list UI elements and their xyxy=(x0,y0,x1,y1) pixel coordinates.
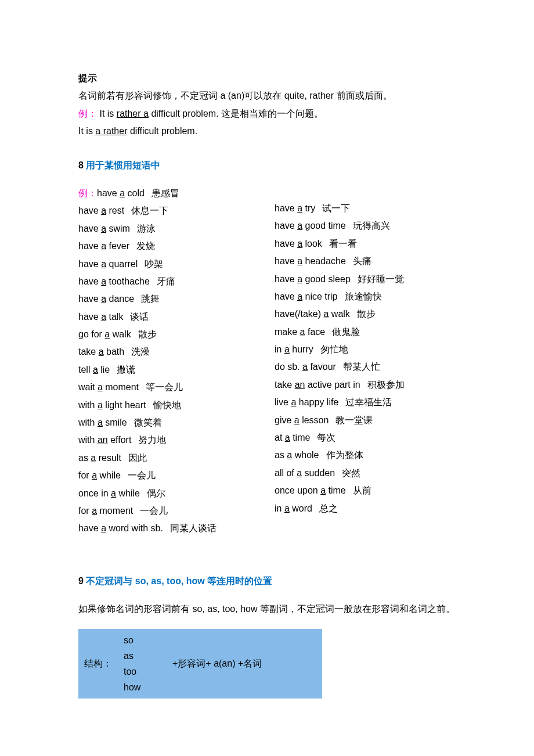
phrase-line: in a hurry匆忙地 xyxy=(275,341,449,358)
phrase-translation: 愉快地 xyxy=(153,400,181,410)
phrase-translation: 休息一下 xyxy=(131,206,168,215)
phrase-line: tell a lie撒谎 xyxy=(78,361,258,379)
phrase-pre: tell xyxy=(78,365,93,375)
phrase-line: have a toothache牙痛 xyxy=(78,273,258,290)
phrase-line: at a time每次 xyxy=(275,429,449,447)
phrase-translation: 吵架 xyxy=(145,259,163,269)
phrase-post: bath xyxy=(104,347,125,357)
section-9-text: 不定冠词与 so, as, too, how 等连用时的位置 xyxy=(86,576,272,586)
phrase-columns: 例：have a cold患感冒have a rest休息一下have a sw… xyxy=(78,185,456,538)
phrase-translation: 帮某人忙 xyxy=(343,362,380,372)
phrase-pre: with xyxy=(78,400,98,410)
phrase-translation: 做鬼脸 xyxy=(332,327,360,337)
phrase-pre: with xyxy=(78,435,98,445)
phrase-line: for a while一会儿 xyxy=(78,467,258,484)
phrase-translation: 偶尔 xyxy=(147,488,165,498)
section-8-num: 8 xyxy=(78,160,84,170)
phrase-translation: 作为整体 xyxy=(326,450,363,460)
phrase-article: a xyxy=(101,312,106,322)
phrase-pre: have xyxy=(78,224,101,233)
phrase-article: a xyxy=(91,453,96,463)
tip-example-1: 例： It is rather a difficult problem. 这是相… xyxy=(78,105,456,123)
phrase-pre: have xyxy=(78,259,101,269)
section-8-text: 用于某惯用短语中 xyxy=(86,160,160,170)
phrase-pre: have xyxy=(78,276,101,286)
phrase-pre: all of xyxy=(275,468,297,478)
phrase-translation: 一会儿 xyxy=(128,470,156,480)
phrase-translation: 散步 xyxy=(357,309,376,319)
phrase-line: with an effort努力地 xyxy=(78,431,258,449)
phrase-translation: 头痛 xyxy=(353,256,371,266)
phrase-pre: once in xyxy=(78,488,111,498)
phrase-article: a xyxy=(284,344,290,354)
phrase-article: a xyxy=(98,382,103,392)
phrase-line: with a smile微笑着 xyxy=(78,414,258,431)
phrase-post: while xyxy=(116,488,140,498)
phrase-line: all of a sudden突然 xyxy=(275,465,449,482)
phrase-translation: 玩得高兴 xyxy=(353,221,390,231)
phrase-post: sudden xyxy=(302,468,335,478)
adverb-item: how xyxy=(124,682,140,692)
phrase-article: a xyxy=(294,415,300,425)
phrase-translation: 突然 xyxy=(342,468,360,478)
phrase-line: have a try试一下 xyxy=(275,200,449,217)
structure-table: 结构： soastoohow +形容词+ a(an) +名词 xyxy=(78,629,322,699)
phrase-post: smile xyxy=(103,417,127,427)
phrase-article: a xyxy=(101,259,106,269)
phrase-article: a xyxy=(101,224,106,233)
section-9-num: 9 xyxy=(78,576,84,586)
phrase-article: a xyxy=(101,206,106,215)
phrase-article: an xyxy=(98,435,108,445)
phrase-translation: 患感冒 xyxy=(151,188,179,198)
phrase-translation: 总之 xyxy=(319,503,338,513)
phrase-translation: 看一看 xyxy=(329,239,357,249)
phrase-translation: 努力地 xyxy=(138,435,166,445)
phrase-translation: 散步 xyxy=(138,329,157,339)
phrase-line: take a bath洗澡 xyxy=(78,343,258,361)
phrase-post: word with sb. xyxy=(106,523,163,533)
phrase-line: as a whole作为整体 xyxy=(275,447,449,464)
phrase-line: have a dance跳舞 xyxy=(78,290,258,308)
phrase-line: take an active part in积极参加 xyxy=(275,376,449,394)
phrase-article: a xyxy=(111,488,116,498)
phrase-pre: as xyxy=(78,453,91,463)
phrase-post: rest xyxy=(106,206,124,215)
phrase-post: happy life xyxy=(296,397,338,407)
phrase-translation: 一会儿 xyxy=(140,506,168,516)
phrase-post: try xyxy=(302,203,315,213)
table-cell-adverbs: soastoohow xyxy=(118,629,167,699)
phrase-translation: 撒谎 xyxy=(117,365,135,375)
phrase-pre: have xyxy=(275,239,297,249)
phrase-article: a xyxy=(101,523,106,533)
phrase-article: a xyxy=(287,450,292,460)
phrase-post: time xyxy=(326,485,346,495)
phrase-post: swim xyxy=(106,224,130,233)
phrase-post: walk xyxy=(110,329,131,339)
phrase-line: 例：have a cold患感冒 xyxy=(78,185,258,202)
phrase-article: a xyxy=(297,256,302,266)
phrase-post: lie xyxy=(98,365,110,375)
phrase-post: toothache xyxy=(106,276,150,286)
phrase-column-right: have a try试一下have a good time玩得高兴have a … xyxy=(275,200,449,538)
ex2-post: difficult problem. xyxy=(127,126,197,136)
phrase-article: a xyxy=(98,400,103,410)
section-8-title: 8 用于某惯用短语中 xyxy=(78,157,456,174)
phrase-pre: have xyxy=(275,274,297,284)
phrase-pre: have xyxy=(275,203,297,213)
phrase-post: look xyxy=(302,239,322,249)
phrase-line: make a face做鬼脸 xyxy=(275,323,449,341)
phrase-pre: have xyxy=(78,294,101,304)
phrase-article: a xyxy=(284,503,290,513)
section-9-desc: 如果修饰名词的形容词前有 so, as, too, how 等副词，不定冠词一般… xyxy=(78,600,456,618)
phrase-translation: 过幸福生活 xyxy=(345,397,392,407)
phrase-line: have a quarrel吵架 xyxy=(78,255,258,273)
phrase-pre: in xyxy=(275,344,284,354)
phrase-line: once in a while偶尔 xyxy=(78,485,258,502)
phrase-post: hurry xyxy=(290,344,313,354)
phrase-translation: 谈话 xyxy=(130,312,149,322)
phrase-pre: as xyxy=(275,450,287,460)
phrase-translation: 好好睡一觉 xyxy=(358,274,404,284)
phrase-article: a xyxy=(297,203,302,213)
phrase-post: fever xyxy=(106,241,129,251)
phrase-pre: have xyxy=(78,241,101,251)
